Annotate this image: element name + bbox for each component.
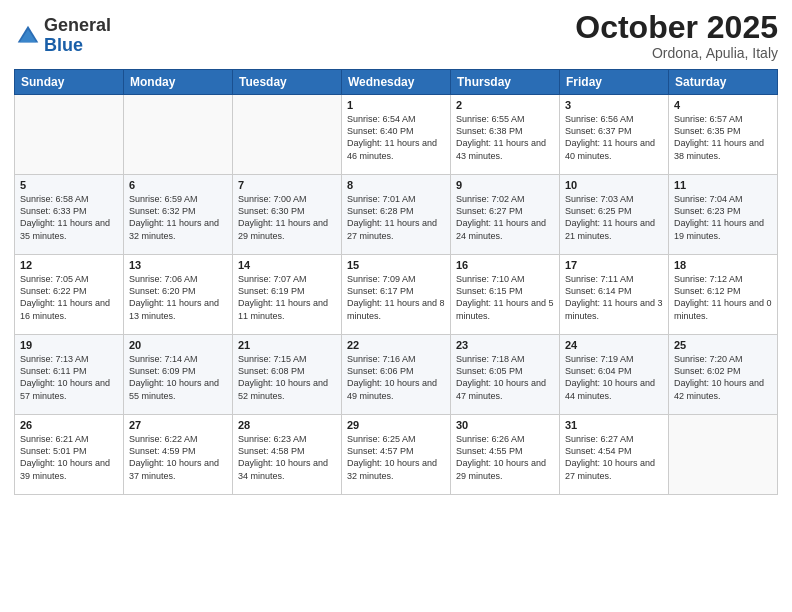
calendar-cell: 4Sunrise: 6:57 AM Sunset: 6:35 PM Daylig… (669, 95, 778, 175)
calendar-cell: 26Sunrise: 6:21 AM Sunset: 5:01 PM Dayli… (15, 415, 124, 495)
cell-text: Sunrise: 7:15 AM Sunset: 6:08 PM Dayligh… (238, 353, 336, 402)
col-saturday: Saturday (669, 70, 778, 95)
day-number: 6 (129, 179, 227, 191)
cell-text: Sunrise: 7:02 AM Sunset: 6:27 PM Dayligh… (456, 193, 554, 242)
cell-text: Sunrise: 6:57 AM Sunset: 6:35 PM Dayligh… (674, 113, 772, 162)
calendar-cell: 30Sunrise: 6:26 AM Sunset: 4:55 PM Dayli… (451, 415, 560, 495)
day-number: 16 (456, 259, 554, 271)
cell-text: Sunrise: 7:19 AM Sunset: 6:04 PM Dayligh… (565, 353, 663, 402)
col-friday: Friday (560, 70, 669, 95)
cell-text: Sunrise: 7:12 AM Sunset: 6:12 PM Dayligh… (674, 273, 772, 322)
cell-text: Sunrise: 6:58 AM Sunset: 6:33 PM Dayligh… (20, 193, 118, 242)
calendar-cell: 20Sunrise: 7:14 AM Sunset: 6:09 PM Dayli… (124, 335, 233, 415)
day-number: 19 (20, 339, 118, 351)
calendar-week-3: 12Sunrise: 7:05 AM Sunset: 6:22 PM Dayli… (15, 255, 778, 335)
day-number: 22 (347, 339, 445, 351)
calendar-header-row: Sunday Monday Tuesday Wednesday Thursday… (15, 70, 778, 95)
calendar-cell: 9Sunrise: 7:02 AM Sunset: 6:27 PM Daylig… (451, 175, 560, 255)
cell-text: Sunrise: 6:22 AM Sunset: 4:59 PM Dayligh… (129, 433, 227, 482)
calendar-cell: 23Sunrise: 7:18 AM Sunset: 6:05 PM Dayli… (451, 335, 560, 415)
cell-text: Sunrise: 7:16 AM Sunset: 6:06 PM Dayligh… (347, 353, 445, 402)
day-number: 21 (238, 339, 336, 351)
header: General Blue October 2025 Ordona, Apulia… (14, 10, 778, 61)
calendar: Sunday Monday Tuesday Wednesday Thursday… (14, 69, 778, 495)
title-block: October 2025 Ordona, Apulia, Italy (575, 10, 778, 61)
calendar-cell: 25Sunrise: 7:20 AM Sunset: 6:02 PM Dayli… (669, 335, 778, 415)
cell-text: Sunrise: 7:10 AM Sunset: 6:15 PM Dayligh… (456, 273, 554, 322)
logo-general: General (44, 16, 111, 36)
day-number: 7 (238, 179, 336, 191)
logo-blue: Blue (44, 36, 111, 56)
logo-icon (14, 22, 42, 50)
day-number: 1 (347, 99, 445, 111)
day-number: 13 (129, 259, 227, 271)
calendar-cell: 24Sunrise: 7:19 AM Sunset: 6:04 PM Dayli… (560, 335, 669, 415)
calendar-cell: 12Sunrise: 7:05 AM Sunset: 6:22 PM Dayli… (15, 255, 124, 335)
day-number: 15 (347, 259, 445, 271)
cell-text: Sunrise: 6:25 AM Sunset: 4:57 PM Dayligh… (347, 433, 445, 482)
calendar-cell: 16Sunrise: 7:10 AM Sunset: 6:15 PM Dayli… (451, 255, 560, 335)
calendar-cell: 31Sunrise: 6:27 AM Sunset: 4:54 PM Dayli… (560, 415, 669, 495)
cell-text: Sunrise: 6:54 AM Sunset: 6:40 PM Dayligh… (347, 113, 445, 162)
col-wednesday: Wednesday (342, 70, 451, 95)
day-number: 27 (129, 419, 227, 431)
page: General Blue October 2025 Ordona, Apulia… (0, 0, 792, 612)
day-number: 30 (456, 419, 554, 431)
cell-text: Sunrise: 7:18 AM Sunset: 6:05 PM Dayligh… (456, 353, 554, 402)
month-title: October 2025 (575, 10, 778, 45)
calendar-cell: 6Sunrise: 6:59 AM Sunset: 6:32 PM Daylig… (124, 175, 233, 255)
cell-text: Sunrise: 7:11 AM Sunset: 6:14 PM Dayligh… (565, 273, 663, 322)
day-number: 4 (674, 99, 772, 111)
col-tuesday: Tuesday (233, 70, 342, 95)
cell-text: Sunrise: 7:09 AM Sunset: 6:17 PM Dayligh… (347, 273, 445, 322)
day-number: 17 (565, 259, 663, 271)
calendar-cell: 8Sunrise: 7:01 AM Sunset: 6:28 PM Daylig… (342, 175, 451, 255)
calendar-cell: 2Sunrise: 6:55 AM Sunset: 6:38 PM Daylig… (451, 95, 560, 175)
day-number: 11 (674, 179, 772, 191)
day-number: 23 (456, 339, 554, 351)
calendar-week-1: 1Sunrise: 6:54 AM Sunset: 6:40 PM Daylig… (15, 95, 778, 175)
cell-text: Sunrise: 7:14 AM Sunset: 6:09 PM Dayligh… (129, 353, 227, 402)
cell-text: Sunrise: 7:04 AM Sunset: 6:23 PM Dayligh… (674, 193, 772, 242)
calendar-cell: 11Sunrise: 7:04 AM Sunset: 6:23 PM Dayli… (669, 175, 778, 255)
cell-text: Sunrise: 6:56 AM Sunset: 6:37 PM Dayligh… (565, 113, 663, 162)
day-number: 2 (456, 99, 554, 111)
cell-text: Sunrise: 7:05 AM Sunset: 6:22 PM Dayligh… (20, 273, 118, 322)
cell-text: Sunrise: 7:00 AM Sunset: 6:30 PM Dayligh… (238, 193, 336, 242)
calendar-cell: 19Sunrise: 7:13 AM Sunset: 6:11 PM Dayli… (15, 335, 124, 415)
col-monday: Monday (124, 70, 233, 95)
col-sunday: Sunday (15, 70, 124, 95)
calendar-cell (669, 415, 778, 495)
cell-text: Sunrise: 6:59 AM Sunset: 6:32 PM Dayligh… (129, 193, 227, 242)
cell-text: Sunrise: 6:26 AM Sunset: 4:55 PM Dayligh… (456, 433, 554, 482)
calendar-cell: 10Sunrise: 7:03 AM Sunset: 6:25 PM Dayli… (560, 175, 669, 255)
calendar-week-5: 26Sunrise: 6:21 AM Sunset: 5:01 PM Dayli… (15, 415, 778, 495)
calendar-cell: 28Sunrise: 6:23 AM Sunset: 4:58 PM Dayli… (233, 415, 342, 495)
calendar-cell: 1Sunrise: 6:54 AM Sunset: 6:40 PM Daylig… (342, 95, 451, 175)
calendar-cell: 21Sunrise: 7:15 AM Sunset: 6:08 PM Dayli… (233, 335, 342, 415)
calendar-cell: 3Sunrise: 6:56 AM Sunset: 6:37 PM Daylig… (560, 95, 669, 175)
day-number: 10 (565, 179, 663, 191)
calendar-cell: 17Sunrise: 7:11 AM Sunset: 6:14 PM Dayli… (560, 255, 669, 335)
calendar-week-4: 19Sunrise: 7:13 AM Sunset: 6:11 PM Dayli… (15, 335, 778, 415)
calendar-cell: 18Sunrise: 7:12 AM Sunset: 6:12 PM Dayli… (669, 255, 778, 335)
calendar-cell: 5Sunrise: 6:58 AM Sunset: 6:33 PM Daylig… (15, 175, 124, 255)
cell-text: Sunrise: 7:03 AM Sunset: 6:25 PM Dayligh… (565, 193, 663, 242)
cell-text: Sunrise: 7:20 AM Sunset: 6:02 PM Dayligh… (674, 353, 772, 402)
day-number: 12 (20, 259, 118, 271)
day-number: 24 (565, 339, 663, 351)
day-number: 18 (674, 259, 772, 271)
calendar-cell (124, 95, 233, 175)
location: Ordona, Apulia, Italy (575, 45, 778, 61)
logo: General Blue (14, 16, 111, 56)
day-number: 5 (20, 179, 118, 191)
calendar-cell: 27Sunrise: 6:22 AM Sunset: 4:59 PM Dayli… (124, 415, 233, 495)
day-number: 25 (674, 339, 772, 351)
day-number: 20 (129, 339, 227, 351)
day-number: 28 (238, 419, 336, 431)
cell-text: Sunrise: 6:55 AM Sunset: 6:38 PM Dayligh… (456, 113, 554, 162)
calendar-cell: 15Sunrise: 7:09 AM Sunset: 6:17 PM Dayli… (342, 255, 451, 335)
day-number: 3 (565, 99, 663, 111)
cell-text: Sunrise: 7:07 AM Sunset: 6:19 PM Dayligh… (238, 273, 336, 322)
cell-text: Sunrise: 7:06 AM Sunset: 6:20 PM Dayligh… (129, 273, 227, 322)
